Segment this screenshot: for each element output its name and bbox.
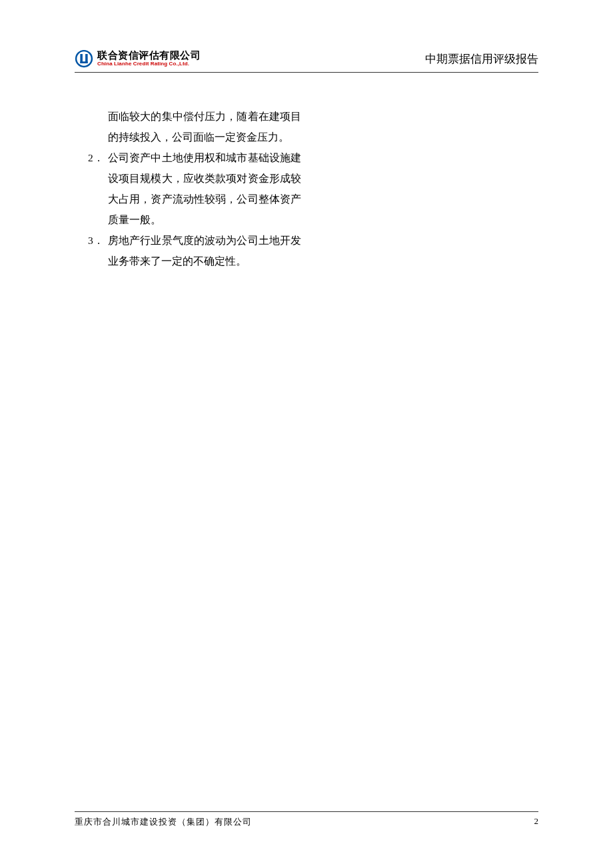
content-body: 面临较大的集中偿付压力，随着在建项目的持续投入，公司面临一定资金压力。 2． 公… bbox=[75, 86, 301, 271]
list-number: 3． bbox=[88, 230, 108, 271]
logo-text-block: 联合资信评估有限公司 China Lianhe Credit Rating Co… bbox=[97, 50, 201, 67]
svg-point-0 bbox=[76, 51, 92, 67]
continuation-text: 面临较大的集中偿付压力，随着在建项目的持续投入，公司面临一定资金压力。 bbox=[88, 106, 301, 147]
list-text: 房地产行业景气度的波动为公司土地开发业务带来了一定的不确定性。 bbox=[108, 230, 301, 271]
logo-text-cn: 联合资信评估有限公司 bbox=[97, 50, 201, 61]
footer: 重庆市合川城市建设投资（集团）有限公司 2 bbox=[75, 811, 538, 828]
company-logo-icon bbox=[75, 49, 93, 68]
header: 联合资信评估有限公司 China Lianhe Credit Rating Co… bbox=[75, 49, 538, 73]
page-number: 2 bbox=[534, 816, 539, 828]
list-item: 3． 房地产行业景气度的波动为公司土地开发业务带来了一定的不确定性。 bbox=[88, 230, 301, 271]
list-item: 2． 公司资产中土地使用权和城市基础设施建设项目规模大，应收类款项对资金形成较大… bbox=[88, 147, 301, 230]
header-title: 中期票据信用评级报告 bbox=[425, 52, 538, 68]
footer-company: 重庆市合川城市建设投资（集团）有限公司 bbox=[75, 816, 252, 828]
logo-text-en: China Lianhe Credit Rating Co.,Ltd. bbox=[97, 61, 201, 67]
list-number: 2． bbox=[88, 147, 108, 230]
svg-rect-3 bbox=[80, 61, 87, 63]
list-text: 公司资产中土地使用权和城市基础设施建设项目规模大，应收类款项对资金形成较大占用，… bbox=[108, 147, 301, 230]
page: 联合资信评估有限公司 China Lianhe Credit Rating Co… bbox=[0, 0, 613, 868]
logo-block: 联合资信评估有限公司 China Lianhe Credit Rating Co… bbox=[75, 49, 201, 68]
footer-line: 重庆市合川城市建设投资（集团）有限公司 2 bbox=[75, 811, 538, 828]
